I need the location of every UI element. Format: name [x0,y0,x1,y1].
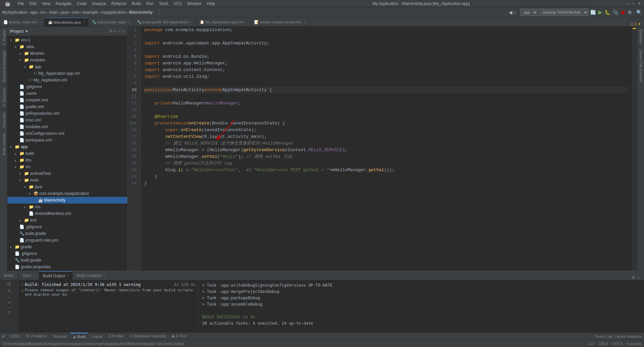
tree-item-name[interactable]: 📄 .name [7,90,127,97]
tree-item-gradle-root[interactable]: ▸ 📁 gradle [7,244,127,250]
code-content[interactable]: package com.example.myapplication; impor… [141,27,632,271]
close-tab-activity-main[interactable]: × [39,20,41,24]
menu-tools[interactable]: Tools [156,1,171,6]
menu-help[interactable]: Help [204,1,218,6]
scroll-from-source-icon[interactable]: ≡ [114,29,116,33]
tree-item-vcs[interactable]: ▾ 📁 vcs-1 [7,37,127,43]
menu-navigate[interactable]: Navigate [53,1,74,6]
tree-item-main[interactable]: ▾ 📁 main [7,177,127,184]
tree-item-mainactivity[interactable]: ☕ MainActivity [7,197,127,204]
scroll-end-icon[interactable]: ↓ [8,294,10,299]
tab-myapp-iml[interactable]: 📋 My_Application.app.iml × [196,18,251,26]
logcat-button[interactable]: Logcat [89,333,105,340]
menu-edit[interactable]: Edit [27,1,39,6]
tree-item-build[interactable]: ▸ 📁 build [7,150,127,157]
run-button-bottom[interactable]: ▶ 4: Run [170,333,189,340]
tree-item-idea[interactable]: ▾ 📁 .idea [7,43,127,50]
tree-item-test[interactable]: ▸ 📁 test [7,217,127,224]
menu-build[interactable]: Build [129,1,144,6]
settings-icon[interactable]: ⚙ [632,275,635,280]
breadcrumb-main[interactable]: main [49,10,58,15]
bottom-tab-build-analyzer[interactable]: Build Analyzer × [72,271,110,280]
tree-item-gradle-xml[interactable]: 📄 gradle.xml [7,103,127,110]
breadcrumb-myapplication2[interactable]: myapplication [101,10,126,15]
forward-icon[interactable]: ▶ [513,10,517,15]
help-icon[interactable]: ? [8,311,10,315]
tab-activity-main-xml[interactable]: 📄 activity_main.xml × [0,18,45,26]
tree-item-libraries[interactable]: ▸ 📁 libraries [7,50,127,57]
breadcrumb-mainactivity[interactable]: MainActivity [129,10,153,15]
tree-item-src[interactable]: ▾ 📁 src [7,163,127,170]
tree-item-gradle-properties[interactable]: 📄 gradle.properties [7,264,127,270]
tree-item-modules[interactable]: ▾ 📁 modules [7,57,127,63]
menu-window[interactable]: Window [184,1,204,6]
tree-item-gitignore3[interactable]: 📄 .gitignore [7,250,127,257]
structure-button[interactable]: 2: Structure [0,85,7,109]
filter-icon[interactable]: ≡ [8,288,10,293]
close-tab-build-gradle-app[interactable]: × [128,20,130,24]
tree-item-runconfig-xml[interactable]: 📄 runConfigurations.xml [7,130,127,137]
tree-item-jar-repos[interactable]: 📄 jarRepositories.xml [7,110,127,117]
tree-item-androidtest[interactable]: ▸ 📁 androidTest [7,170,127,177]
event-log-button[interactable]: Event Log [596,334,612,338]
tree-item-manifest[interactable]: 📄 AndroidManifest.xml [7,210,127,217]
expand-all-icon[interactable]: ↔ [118,29,121,33]
tab-build-gradle-myapp[interactable]: 🔧 build.gradle (My Application) × [134,18,196,26]
app-selector[interactable]: app [520,9,538,16]
sync-project-button[interactable]: ⚙ [628,10,632,15]
tree-item-package[interactable]: ▾ 📦 com.example.myapplication [7,190,127,197]
sync-icon[interactable]: 🔄 [590,10,596,15]
todo-button[interactable]: TODO [7,333,23,340]
bottom-tab-build-label[interactable]: Build: [0,271,18,280]
close-build-output-tab[interactable]: × [66,274,68,278]
favorites-button[interactable]: Favorites [0,109,7,130]
tree-item-modules-xml[interactable]: 📄 modules.xml [7,123,127,130]
emulator-button[interactable]: Emulator [637,27,644,47]
breadcrumb-myapplication[interactable]: MyApplication [2,10,27,15]
project-tool-button[interactable]: 1: Project [0,27,7,48]
close-tab-mainactivity[interactable]: × [83,20,85,24]
database-inspector-button[interactable]: ⑦ Database Inspector [127,333,169,340]
bottom-tab-sync[interactable]: Sync × [18,271,39,280]
menu-code[interactable]: Code [74,1,89,6]
tree-item-libs[interactable]: ▸ 📁 libs [7,157,127,163]
tree-item-misc-xml[interactable]: 📄 misc.xml [7,117,127,123]
terminal-button[interactable]: Terminal [50,333,69,340]
cursor-position[interactable]: 11:1 [588,342,595,346]
menu-run[interactable]: Run [144,1,156,6]
close-tab-iml[interactable]: × [245,20,247,24]
close-sync-tab[interactable]: × [33,274,35,278]
tree-item-build-gradle[interactable]: 🔧 build.gradle [7,230,127,237]
close-build-analyzer-tab[interactable]: × [104,274,106,278]
breadcrumb-com[interactable]: com [72,10,79,15]
close-tab-build-gradle-myapp[interactable]: × [191,20,193,24]
breadcrumb-app[interactable]: app [30,10,37,15]
menu-file[interactable]: File [15,1,27,6]
line-separator[interactable]: CRLF [599,342,608,346]
bottom-tab-build-output[interactable]: Build Output × [39,271,73,280]
layout-inspector-button[interactable]: Layout Inspector [615,334,642,338]
restart-icon[interactable]: ↺ [7,282,11,287]
tab-build-gradle-app[interactable]: 🔧 build.gradle (app) × [89,18,134,26]
menu-analyze[interactable]: Analyze [89,1,109,6]
attach-debugger-button[interactable]: 📎 [613,10,618,15]
close-button[interactable]: ✕ [637,1,642,6]
tree-item-build-gradle-root[interactable]: 🔧 build.gradle [7,257,127,264]
tree-item-myapp-iml2[interactable]: 🏷 My_Application.iml [7,77,127,83]
build-button[interactable]: ▲ Build [70,333,88,340]
menu-view[interactable]: View [39,1,53,6]
tab-mainactivity-java[interactable]: ☕ MainActivity.java × [45,18,89,26]
menu-vcs[interactable]: VCS [171,1,185,6]
run-button[interactable]: ▶ [598,9,602,15]
tree-item-res[interactable]: ▸ 📁 res [7,204,127,210]
tree-item-workspace-xml[interactable]: 📄 workspace.xml [7,137,127,143]
device-selector[interactable]: rockchip TOPDON-Pad [539,9,589,16]
sync-files-icon[interactable]: ⚙ [109,29,113,33]
maximize-button[interactable]: □ [631,1,636,6]
tab-gradle-wrapper[interactable]: 📝 gradle-wrapper.properties × [251,18,309,26]
tree-item-java[interactable]: ▾ 📁 java [7,184,127,190]
breadcrumb-example[interactable]: example [83,10,98,15]
resource-manager-button[interactable]: Resource Manager [0,48,7,85]
menu-refactor[interactable]: Refactor [109,1,129,6]
close-panel-icon[interactable]: × [123,29,125,33]
